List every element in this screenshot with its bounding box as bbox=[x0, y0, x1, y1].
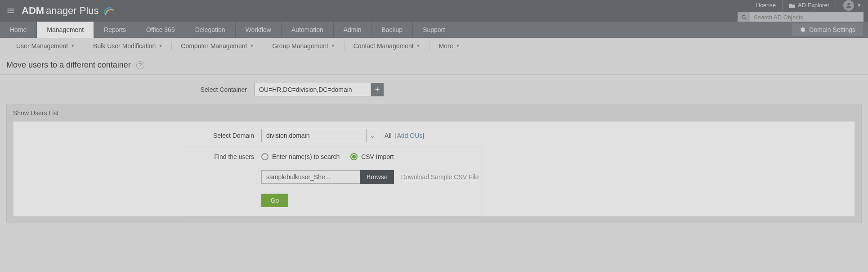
subtab-label: Bulk User Modification bbox=[93, 42, 156, 50]
domain-value: division.domain bbox=[262, 132, 366, 139]
license-link[interactable]: License bbox=[749, 0, 782, 10]
ad-explorer-label: AD Explorer bbox=[798, 0, 829, 10]
chevron-down-icon: ▼ bbox=[250, 44, 254, 48]
container-input[interactable]: OU=HR,DC=division,DC=domain bbox=[254, 83, 371, 96]
tab-admin[interactable]: Admin bbox=[334, 22, 372, 38]
tab-support[interactable]: Support bbox=[413, 22, 455, 38]
subtab-label: Contact Management bbox=[353, 42, 414, 50]
folder-icon bbox=[789, 3, 795, 8]
users-panel: Show Users List Select Domain division.d… bbox=[6, 104, 862, 223]
chevron-down-icon: ▼ bbox=[456, 44, 460, 48]
subtab-user-management[interactable]: User Management▼ bbox=[7, 41, 84, 50]
sub-tabs: User Management▼ Bulk User Modification▼… bbox=[0, 38, 868, 54]
find-users-block: Find the users Enter name(s) to search C… bbox=[184, 147, 481, 216]
brand-rest: anager Plus bbox=[46, 5, 98, 17]
topbar: ADManager Plus License AD Explorer ▾ bbox=[0, 0, 868, 22]
radio-search[interactable] bbox=[261, 153, 268, 160]
svg-point-0 bbox=[742, 15, 745, 18]
chevron-down-icon: ⌄ bbox=[366, 129, 378, 142]
svg-line-1 bbox=[745, 18, 746, 19]
radio-search-label[interactable]: Enter name(s) to search bbox=[272, 153, 340, 160]
tab-home[interactable]: Home bbox=[0, 22, 37, 38]
ou-group: All [Add OUs] bbox=[385, 132, 424, 139]
radio-csv[interactable] bbox=[350, 153, 358, 160]
help-icon[interactable]: ? bbox=[136, 61, 144, 69]
search-icon-wrap[interactable] bbox=[738, 12, 750, 23]
find-label: Find the users bbox=[193, 153, 254, 160]
top-right-bar: License AD Explorer ▾ bbox=[749, 0, 864, 11]
find-row: Find the users Enter name(s) to search C… bbox=[193, 153, 481, 160]
subtab-label: Computer Management bbox=[181, 42, 247, 50]
subtab-more[interactable]: More▼ bbox=[430, 41, 469, 50]
subtab-computer-management[interactable]: Computer Management▼ bbox=[172, 41, 263, 50]
page-header: Move users to a different container ? bbox=[0, 54, 868, 75]
file-row: samplebulkuser_She... Browse Download Sa… bbox=[261, 170, 481, 184]
app-logo: ADManager Plus bbox=[22, 5, 114, 17]
chevron-down-icon: ▾ bbox=[858, 0, 861, 10]
person-icon bbox=[845, 2, 852, 9]
menu-toggle-button[interactable] bbox=[0, 6, 22, 15]
search-input[interactable] bbox=[750, 14, 864, 21]
subtab-contact-management[interactable]: Contact Management▼ bbox=[345, 41, 430, 50]
subtab-bulk-user[interactable]: Bulk User Modification▼ bbox=[84, 41, 172, 50]
tab-delegation[interactable]: Delegation bbox=[185, 22, 236, 38]
global-search[interactable] bbox=[738, 12, 864, 23]
container-row: Select Container OU=HR,DC=division,DC=do… bbox=[186, 83, 862, 96]
hamburger-icon bbox=[6, 6, 15, 15]
csv-file-input[interactable]: samplebulkuser_She... bbox=[261, 170, 360, 184]
domain-label: Select Domain bbox=[193, 132, 254, 139]
tab-automation[interactable]: Automation bbox=[282, 22, 334, 38]
subtab-label: User Management bbox=[16, 42, 68, 50]
page-title: Move users to a different container bbox=[6, 60, 131, 70]
ad-explorer-link[interactable]: AD Explorer bbox=[782, 0, 836, 10]
panel-body: Select Domain division.domain ⌄ All [Add… bbox=[13, 121, 855, 217]
content-area: Select Container OU=HR,DC=division,DC=do… bbox=[0, 75, 868, 223]
search-icon bbox=[741, 14, 747, 20]
domain-select[interactable]: division.domain ⌄ bbox=[261, 129, 378, 142]
domain-row: Select Domain division.domain ⌄ All [Add… bbox=[193, 122, 855, 147]
logo-swoosh-icon bbox=[103, 5, 114, 17]
chevron-down-icon: ▼ bbox=[158, 44, 162, 48]
user-avatar-icon bbox=[843, 0, 854, 11]
tab-management[interactable]: Management bbox=[37, 22, 94, 38]
go-button[interactable]: Go bbox=[261, 194, 288, 207]
chevron-down-icon: ▼ bbox=[71, 44, 75, 48]
user-menu[interactable]: ▾ bbox=[836, 0, 864, 11]
brand-bold: ADM bbox=[22, 5, 44, 17]
panel-title: Show Users List bbox=[7, 105, 861, 121]
chevron-down-icon: ▼ bbox=[416, 44, 421, 48]
add-container-button[interactable]: + bbox=[371, 83, 384, 96]
radio-csv-label[interactable]: CSV Import bbox=[361, 153, 394, 160]
download-sample-link[interactable]: Download Sample CSV File bbox=[401, 173, 479, 181]
container-label: Select Container bbox=[186, 86, 247, 93]
tab-office365[interactable]: Office 365 bbox=[136, 22, 185, 38]
gear-icon bbox=[799, 27, 805, 33]
browse-button[interactable]: Browse bbox=[360, 170, 394, 184]
tab-workflow[interactable]: Workflow bbox=[236, 22, 282, 38]
subtab-label: Group Management bbox=[272, 42, 328, 50]
domain-settings-label: Domain Settings bbox=[809, 26, 855, 33]
main-tabs: Home Management Reports Office 365 Deleg… bbox=[0, 22, 868, 38]
chevron-down-icon: ▼ bbox=[331, 44, 335, 48]
add-ous-link[interactable]: [Add OUs] bbox=[395, 132, 425, 139]
subtab-group-management[interactable]: Group Management▼ bbox=[263, 41, 344, 50]
domain-settings-button[interactable]: Domain Settings bbox=[792, 23, 863, 36]
subtab-label: More bbox=[439, 42, 453, 50]
tab-reports[interactable]: Reports bbox=[94, 22, 136, 38]
tab-backup[interactable]: Backup bbox=[371, 22, 413, 38]
all-label: All bbox=[385, 132, 392, 139]
